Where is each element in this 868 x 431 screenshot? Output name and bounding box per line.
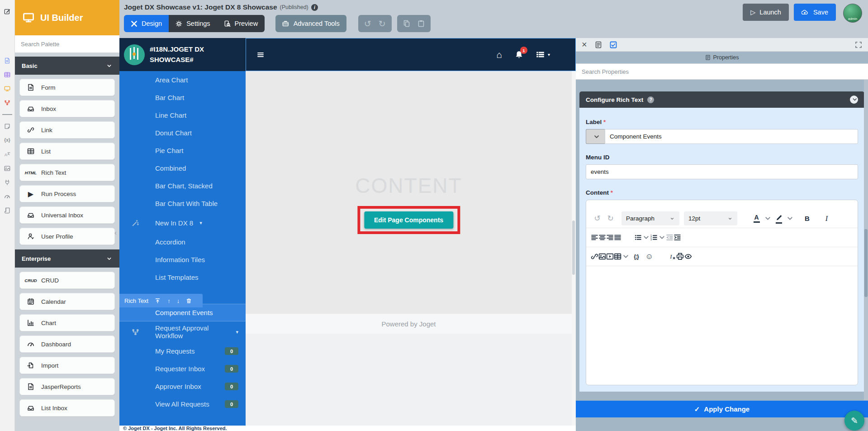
process-builder-icon[interactable] (3, 99, 11, 107)
media-doc-icon[interactable] (3, 164, 11, 172)
block-format-select[interactable]: Paragraph (621, 211, 679, 225)
font-size-select[interactable]: 12pt (684, 211, 737, 225)
font-color-caret-icon[interactable] (763, 212, 772, 225)
menu-item[interactable]: Request Approval Workflow ▾ (119, 321, 246, 342)
font-color-button[interactable]: A (750, 212, 763, 225)
panel-scrollbar-thumb[interactable] (864, 229, 868, 297)
edit-note-icon[interactable] (3, 7, 11, 15)
json-doc-icon[interactable] (595, 41, 602, 48)
menu-item[interactable]: Pie Chart (119, 142, 246, 159)
panel-scrollbar[interactable] (864, 80, 868, 400)
highlight-color-button[interactable] (772, 212, 785, 225)
numbered-list-icon[interactable]: 123 (650, 231, 658, 244)
palette-item[interactable]: User Profile (19, 228, 115, 245)
menu-item[interactable]: Bar Chart (119, 89, 246, 106)
align-left-icon[interactable] (591, 231, 598, 244)
paste-icon[interactable] (417, 20, 425, 27)
palette-section-enterprise[interactable]: Enterprise (15, 249, 119, 268)
menu-item[interactable]: Bar Chart, Stacked (119, 177, 246, 195)
palette-item[interactable]: ▶ Run Process (19, 185, 115, 202)
edit-fab-button[interactable]: ✎ (844, 411, 864, 431)
app-menu-icon[interactable]: ▾ (536, 50, 550, 59)
app-header-brand[interactable]: #I18N.JOGET DX SHOWCASE# (119, 38, 246, 71)
palette-item[interactable]: Chart (19, 314, 115, 331)
menu-item[interactable]: Accordion (119, 233, 246, 251)
undo-icon[interactable]: ↺ (364, 19, 371, 29)
label-field-input[interactable] (605, 129, 858, 144)
collapse-palette-icon[interactable]: ‹ (114, 229, 117, 236)
hamburger-icon[interactable] (257, 51, 267, 58)
numbered-list-caret-icon[interactable] (658, 231, 666, 244)
emoji-icon[interactable]: ☺ (643, 250, 656, 263)
palette-search-input[interactable] (15, 35, 119, 53)
move-up-icon[interactable]: ↑ (167, 297, 171, 304)
close-icon[interactable]: × (582, 39, 587, 50)
code-sample-icon[interactable]: {;} (630, 250, 643, 263)
dashboard-gauge-icon[interactable] (3, 192, 11, 201)
palette-item[interactable]: Universal Inbox (19, 206, 115, 224)
print-icon[interactable] (676, 250, 684, 263)
undo-icon[interactable]: ↺ (591, 212, 604, 225)
advanced-tools-button[interactable]: Advanced Tools (275, 15, 346, 32)
preview-tab[interactable]: Preview (217, 15, 265, 32)
palette-item[interactable]: Link (19, 121, 115, 139)
translate-icon[interactable]: A (3, 150, 11, 158)
palette-item[interactable]: Dashboard (19, 335, 115, 353)
menu-item[interactable]: Line Chart (119, 106, 246, 124)
properties-tab[interactable]: Properties (576, 52, 868, 63)
menu-id-field-input[interactable] (586, 164, 858, 179)
scroll-icon[interactable] (3, 206, 11, 215)
preview-eye-icon[interactable] (684, 250, 692, 263)
editor-menu-item[interactable] (600, 204, 609, 208)
plugin-icon[interactable] (3, 178, 11, 187)
properties-search-input[interactable] (576, 63, 868, 80)
align-right-icon[interactable] (606, 231, 614, 244)
indent-icon[interactable] (674, 231, 681, 244)
apply-change-button[interactable]: Apply Change (576, 401, 868, 417)
menu-item[interactable]: Information Tiles (119, 251, 246, 268)
checkbox-checked-icon[interactable] (610, 41, 617, 48)
editor-menu-item[interactable] (620, 204, 629, 208)
bullet-list-icon[interactable] (634, 231, 642, 244)
palette-item[interactable]: List (19, 143, 115, 160)
outdent-icon[interactable] (666, 231, 674, 244)
highlight-caret-icon[interactable] (785, 212, 794, 225)
palette-item[interactable]: List Inbox (19, 399, 115, 417)
palette-item[interactable]: HTML Rich Text (19, 164, 115, 181)
settings-tab[interactable]: Settings (169, 15, 217, 32)
menu-item[interactable]: Donut Chart (119, 124, 246, 142)
bold-button[interactable]: B (801, 212, 814, 225)
bullet-list-caret-icon[interactable] (642, 231, 650, 244)
canvas-scrollbar[interactable] (572, 71, 576, 426)
menu-item[interactable]: Approver Inbox 0 (119, 378, 246, 395)
notes-icon[interactable] (3, 122, 11, 130)
avatar[interactable]: admin (843, 4, 862, 23)
editor-menu-item[interactable] (630, 204, 639, 208)
palette-item[interactable]: JasperReports (19, 378, 115, 395)
move-to-top-icon[interactable] (155, 298, 161, 304)
home-icon[interactable]: ⌂ (496, 49, 502, 60)
palette-item[interactable]: Inbox (19, 100, 115, 117)
table-caret-icon[interactable] (621, 250, 630, 263)
italic-button[interactable]: I (820, 212, 833, 225)
menu-item[interactable]: View All Requests 0 (119, 395, 246, 413)
bell-icon[interactable]: 1 (515, 50, 523, 59)
variables-icon[interactable]: {x} (3, 136, 11, 144)
editor-content[interactable] (586, 266, 858, 285)
menu-item[interactable]: New In DX 8 ▾ (119, 212, 246, 233)
redo-icon[interactable]: ↻ (379, 19, 386, 29)
palette-item[interactable]: CRUD CRUD (19, 272, 115, 289)
palette-item[interactable]: Calendar (19, 293, 115, 310)
design-tab[interactable]: Design (124, 15, 169, 32)
menu-item[interactable]: My Requests 0 (119, 342, 246, 360)
app-header-bar[interactable]: ⌂ 1 ▾ (246, 38, 576, 71)
media-icon[interactable] (606, 250, 614, 263)
palette-item[interactable]: Import (19, 357, 115, 374)
expand-icon[interactable] (855, 41, 862, 48)
form-builder-icon[interactable] (3, 57, 11, 65)
clear-formatting-icon[interactable]: I (669, 250, 676, 263)
ui-builder-icon[interactable] (3, 85, 11, 93)
redo-icon[interactable]: ↻ (604, 212, 617, 225)
editor-menu-item[interactable] (610, 204, 619, 208)
link-icon[interactable] (591, 250, 598, 263)
